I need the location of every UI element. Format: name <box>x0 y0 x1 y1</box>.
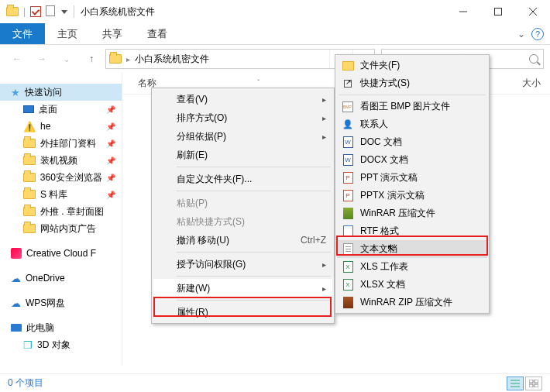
qat-properties-icon[interactable] <box>30 6 41 17</box>
sidebar-item-desktop[interactable]: 桌面 📌 <box>0 101 122 118</box>
creative-cloud-icon <box>11 248 22 259</box>
crumb-chevron-icon[interactable]: ▸ <box>126 55 130 64</box>
help-icon[interactable]: ? <box>531 28 544 40</box>
sidebar-onedrive[interactable]: ☁ OneDrive <box>0 270 122 287</box>
window-controls <box>445 0 550 23</box>
folder-icon <box>23 139 36 148</box>
sidebar-item[interactable]: 网站内页广告 <box>0 220 122 237</box>
submenu-item-rar[interactable]: WinRAR 压缩文件 <box>337 205 487 222</box>
ctx-undo-move[interactable]: 撤消 移动(U)Ctrl+Z <box>153 231 332 249</box>
submenu-label: 文本文档 <box>360 242 397 256</box>
minimize-button[interactable] <box>445 0 480 23</box>
desktop-icon <box>23 105 34 113</box>
titlebar: | 小白系统机密文件 <box>0 0 550 23</box>
sidebar-label: 桌面 <box>39 103 57 116</box>
sidebar-item[interactable]: S 料库 📌 <box>0 186 122 203</box>
details-view-button[interactable] <box>507 377 524 390</box>
forward-button[interactable]: → <box>31 48 53 70</box>
sidebar-3d-objects[interactable]: ❒ 3D 对象 <box>0 336 122 353</box>
sidebar-item[interactable]: 外挂部门资料 📌 <box>0 135 122 152</box>
ctx-view[interactable]: 查看(V)▸ <box>153 90 332 108</box>
icons-view-button[interactable] <box>525 377 542 390</box>
ctx-new[interactable]: 新建(W)▸ <box>153 279 332 297</box>
sidebar-item[interactable]: 装机视频 📌 <box>0 152 122 169</box>
status-item-count: 0 个项目 <box>8 377 43 390</box>
close-button[interactable] <box>515 0 550 23</box>
sidebar-label: S 料库 <box>40 188 67 201</box>
cube-icon: ❒ <box>23 339 33 351</box>
tab-view[interactable]: 查看 <box>135 23 180 44</box>
ctx-sort[interactable]: 排序方式(O)▸ <box>153 108 332 127</box>
pc-icon <box>11 324 22 332</box>
submenu-item-folder[interactable]: 文件夹(F) <box>337 57 487 74</box>
sidebar-label: 外推 . 章封面图 <box>40 205 104 218</box>
ctx-separator <box>177 252 331 253</box>
sidebar-label: 外挂部门资料 <box>40 137 96 150</box>
search-icon[interactable] <box>529 54 538 64</box>
sidebar-label: 此电脑 <box>26 322 54 335</box>
submenu-item-bmp[interactable]: 看图王 BMP 图片文件 <box>337 98 487 115</box>
submenu-item-ppt[interactable]: PPPT 演示文稿 <box>337 169 487 187</box>
folder-icon <box>23 173 36 182</box>
ctx-group[interactable]: 分组依据(P)▸ <box>153 127 332 146</box>
history-chevron[interactable]: ⌄ <box>56 48 77 70</box>
tab-share[interactable]: 共享 <box>90 23 135 44</box>
sidebar-label: 快速访问 <box>25 86 62 99</box>
sidebar-wps[interactable]: ☁ WPS网盘 <box>0 294 122 311</box>
submenu-label: XLSX 文档 <box>360 278 405 291</box>
up-button[interactable]: ↑ <box>81 48 102 70</box>
address-folder-icon <box>109 54 122 64</box>
submenu-item-doc[interactable]: WDOC 文档 <box>337 133 487 151</box>
column-size-header[interactable]: 大小 <box>511 77 550 90</box>
ctx-paste: 粘贴(P) <box>153 194 332 212</box>
sidebar-item[interactable]: ⚠️ he 📌 <box>0 118 122 135</box>
submenu-label: 文件夹(F) <box>360 59 400 72</box>
maximize-button[interactable] <box>480 0 515 23</box>
sidebar-label: WPS网盘 <box>26 297 65 310</box>
svg-rect-7 <box>529 380 533 383</box>
ribbon-expand-chevron[interactable]: ⌄ <box>517 29 525 40</box>
svg-rect-10 <box>535 384 538 387</box>
quick-access-toolbar: | <box>6 5 67 19</box>
sidebar-label: Creative Cloud F <box>26 248 96 259</box>
qat-customize-chevron[interactable] <box>61 10 67 14</box>
back-button[interactable]: ← <box>6 48 28 70</box>
qat-new-doc-icon[interactable] <box>46 5 55 19</box>
ctx-properties[interactable]: 属性(R) <box>153 303 332 322</box>
submenu-label: 联系人 <box>360 118 388 131</box>
pin-icon: 📌 <box>106 139 115 148</box>
quick-access-icon: ★ <box>11 87 20 98</box>
sidebar-label: 网站内页广告 <box>40 222 96 236</box>
folder-icon <box>23 156 36 165</box>
sidebar-item[interactable]: 360安全浏览器 📌 <box>0 169 122 186</box>
submenu-label: WinRAR 压缩文件 <box>360 207 435 220</box>
submenu-item-ppt[interactable]: PPPTX 演示文稿 <box>337 187 487 205</box>
sidebar-quick-access[interactable]: ★ 快速访问 <box>0 84 122 101</box>
file-tab[interactable]: 文件 <box>0 23 45 44</box>
submenu-item-doc[interactable]: WDOCX 文档 <box>337 151 487 169</box>
ctx-separator <box>339 95 486 95</box>
submenu-item-xls[interactable]: XXLS 工作表 <box>337 258 487 276</box>
svg-rect-1 <box>494 9 501 15</box>
submenu-label: DOCX 文档 <box>360 153 408 167</box>
submenu-item-contact[interactable]: 👤联系人 <box>337 115 487 133</box>
sidebar-item[interactable]: 外推 . 章封面图 <box>0 203 122 220</box>
sidebar-this-pc[interactable]: 此电脑 <box>0 319 122 336</box>
ctx-refresh[interactable]: 刷新(E) <box>153 146 332 164</box>
sort-chevron-icon[interactable]: ˇ <box>257 79 260 88</box>
submenu-item-xls[interactable]: XXLSX 文档 <box>337 276 487 294</box>
tab-home[interactable]: 主页 <box>45 23 90 44</box>
submenu-item-zip[interactable]: WinRAR ZIP 压缩文件 <box>337 294 487 311</box>
sidebar-creative-cloud[interactable]: Creative Cloud F <box>0 245 122 262</box>
details-view-icon <box>510 380 520 387</box>
submenu-item-shortcut[interactable]: 快捷方式(S) <box>337 74 487 92</box>
sidebar-label: he <box>40 121 50 132</box>
ctx-customize[interactable]: 自定义文件夹(F)... <box>153 170 332 188</box>
ctx-paste-shortcut: 粘贴快捷方式(S) <box>153 212 332 231</box>
submenu-arrow-icon: ▸ <box>322 132 326 141</box>
icons-view-icon <box>529 380 538 387</box>
breadcrumb-item[interactable]: 小白系统机密文件 <box>135 53 209 66</box>
submenu-item-txt[interactable]: 文本文档 <box>337 240 487 258</box>
ctx-grant-access[interactable]: 授予访问权限(G)▸ <box>153 255 332 273</box>
submenu-item-rtf[interactable]: RTF 格式 <box>337 222 487 240</box>
